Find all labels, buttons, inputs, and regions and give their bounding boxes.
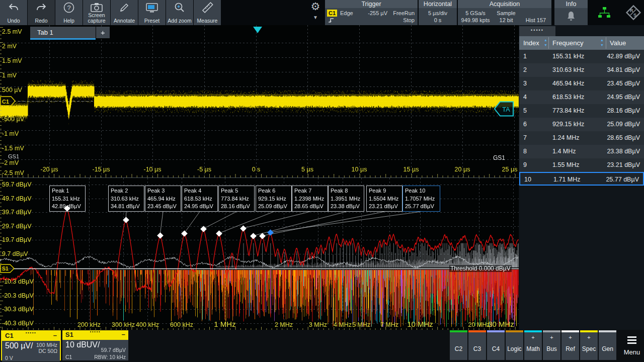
cell-frequency: 1.71 MHz	[553, 173, 581, 187]
channel-button-ref[interactable]: +Ref	[561, 330, 579, 360]
column-header-frequency[interactable]: Frequency	[552, 36, 583, 50]
table-row-2[interactable]: 2310.63 kHz34.81 dBµV	[519, 63, 644, 77]
channel-color-strip	[561, 330, 579, 332]
menu-button[interactable]: Menu	[620, 330, 644, 360]
waveform-x-label: 20 µs	[455, 166, 470, 173]
measure-button[interactable]: Measure	[194, 0, 221, 25]
badge-body[interactable]: 10 dBUV/59.7 dBµVC1RBW: 10 kHz	[62, 340, 128, 360]
peak-label-4[interactable]: Peak 4618.53 kHz24.95 dBµV	[182, 186, 218, 212]
waveform-canvas[interactable]	[0, 25, 519, 177]
peak-label-2[interactable]: Peak 2310.63 kHz34.81 dBµV	[108, 186, 144, 212]
peak-label-line: Peak 7	[294, 187, 326, 195]
spectrum-x-label: 400 kHz	[136, 321, 159, 328]
spectrum-s1-marker[interactable]: S1	[0, 264, 15, 273]
table-row-8[interactable]: 81.4 MHz23.38 dBµV	[519, 145, 644, 158]
info-status-section[interactable]: Info	[554, 0, 588, 25]
signal-badge-c1[interactable]: C1•••••–500 µV/100 MHzDC 50Ω0 V	[1, 330, 61, 360]
trigger-position-marker[interactable]	[253, 27, 262, 33]
trigger-action-badge[interactable]: TA	[494, 101, 514, 117]
peak-label-10[interactable]: Peak 101.7057 MHz25.77 dBµV	[403, 186, 440, 212]
channel-button-c2[interactable]: C2	[450, 330, 467, 360]
threshold-label[interactable]: Threshold 0.000 dBµV	[449, 265, 512, 272]
table-row-3[interactable]: 3465.94 kHz23.45 dBµV	[519, 77, 644, 90]
waveform-diagram[interactable]: Tab 1 + 2.5 mV2 mV1.5 mV1 mV500 µV-500 µ…	[0, 25, 519, 178]
peak-label-3[interactable]: Peak 3465.94 kHz23.45 dBµV	[145, 186, 181, 212]
channel-color-strip	[599, 330, 616, 332]
waveform-x-label: 5 µs	[301, 166, 313, 173]
peak-result-table: ••••• Index ▲▼ Frequency ▲▼ Value 1155.3…	[519, 25, 644, 330]
badge-header[interactable]: C1•••••–	[2, 331, 60, 341]
channel-button-math[interactable]: +Math	[524, 330, 542, 360]
redo-button[interactable]: Redo	[28, 0, 55, 25]
table-drag-handle[interactable]: •••••	[519, 26, 555, 36]
channel-button-gen[interactable]: Gen	[599, 330, 616, 360]
badge-minimize-button[interactable]: –	[122, 330, 125, 338]
channel-button-spec[interactable]: +Spec	[580, 330, 598, 360]
acquisition-status-section[interactable]: Acquisition 5 GSa/s 949.98 kpts Sample 1…	[458, 0, 551, 25]
svg-text:C1: C1	[2, 99, 9, 105]
table-row-6[interactable]: 6929.15 kHz25.09 dBµV	[519, 118, 644, 131]
spectrum-y-label: 49.7 dBµV	[2, 195, 32, 202]
gate-label-left: GS1	[8, 153, 19, 159]
add-tab-button[interactable]: +	[96, 27, 110, 38]
cell-value: 34.81 dBµV	[607, 63, 640, 77]
cell-index: 8	[523, 145, 527, 158]
peak-label-line: 34.81 dBµV	[111, 203, 142, 211]
horizontal-status-section[interactable]: Horizontal 5 µs/div 0 s	[419, 0, 457, 25]
undo-icon	[0, 2, 27, 14]
badge-minimize-button[interactable]: –	[53, 331, 57, 339]
channel-color-strip	[468, 330, 486, 332]
screen-capture-button[interactable]: Screen capture	[83, 0, 110, 25]
cell-value: 28.65 dBµV	[607, 131, 640, 145]
channel-button-label: C2	[450, 345, 467, 352]
channel-button-bus[interactable]: +Bus	[543, 330, 560, 360]
waveform-x-label: 10 µs	[352, 166, 367, 173]
table-row-10[interactable]: 101.71 MHz25.77 dBµV	[519, 172, 644, 186]
settings-button[interactable]: ⚙ ▼	[305, 0, 326, 25]
annotate-button[interactable]: Annotate	[111, 0, 138, 25]
toolbar-button-label: Help	[56, 18, 82, 24]
table-row-4[interactable]: 4618.53 kHz24.95 dBµV	[519, 90, 644, 104]
acquisition-resolution: 12 bit	[491, 17, 521, 23]
badge-drag-handle[interactable]: •••••	[2, 330, 60, 335]
channel-button-c3[interactable]: C3	[468, 330, 486, 360]
column-header-index[interactable]: Index	[523, 36, 539, 50]
horizontal-scale: 5 µs/div	[419, 10, 457, 16]
column-header-value[interactable]: Value	[610, 36, 626, 50]
table-row-1[interactable]: 1155.31 kHz42.89 dBµV	[519, 50, 644, 63]
add-icon: +	[543, 334, 560, 340]
trigger-source-badge: C1	[327, 10, 337, 17]
table-row-9[interactable]: 91.55 MHz23.21 dBµV	[519, 158, 644, 172]
sort-icon-index[interactable]: ▲▼	[543, 38, 548, 48]
channel-button-logic[interactable]: Logic	[506, 330, 523, 360]
peak-label-6[interactable]: Peak 6929.15 kHz25.09 dBµV	[256, 186, 292, 212]
table-row-5[interactable]: 5773.84 kHz28.16 dBµV	[519, 104, 644, 118]
preset-button[interactable]: Preset	[138, 0, 166, 25]
sort-icon-frequency[interactable]: ▲▼	[600, 38, 604, 48]
svg-text:?: ?	[67, 4, 71, 12]
spectrum-x-label: 1 MHz	[214, 320, 235, 328]
badge-header[interactable]: S1•••••–	[62, 330, 128, 340]
peak-label-5[interactable]: Peak 5773.84 kHz28.16 dBµV	[218, 186, 255, 212]
peak-label-9[interactable]: Peak 91.5504 MHz23.21 dBµV	[366, 186, 403, 212]
channel-button-c4[interactable]: C4	[487, 330, 505, 360]
help-button[interactable]: ?Help	[55, 0, 83, 25]
trigger-status-section[interactable]: Trigger C1 Edge -255 µV FreeRun Stop	[325, 0, 418, 25]
peak-label-8[interactable]: Peak 81.3951 MHz23.38 dBµV	[328, 186, 364, 212]
add-zoom-button[interactable]: Add zoom	[166, 0, 193, 25]
spectrum-diagram[interactable]: 59.7 dBµV49.7 dBµV39.7 dBµV29.7 dBµV19.7…	[0, 177, 519, 330]
gear-icon[interactable]: ⚙	[305, 1, 326, 13]
tab-tab1[interactable]: Tab 1	[30, 27, 96, 40]
signal-badge-s1[interactable]: S1•••••–10 dBUV/59.7 dBµVC1RBW: 10 kHz	[62, 330, 128, 360]
chevron-down-icon[interactable]: ▼	[305, 15, 326, 20]
notification-bell-icon[interactable]	[567, 11, 575, 21]
waveform-y-label: 1.5 mV	[2, 57, 22, 64]
channel-c1-marker[interactable]: C1	[0, 96, 16, 106]
peak-label-7[interactable]: Peak 71.2398 MHz28.65 dBµV	[292, 186, 328, 212]
badge-drag-handle[interactable]: •••••	[62, 329, 128, 334]
badge-body[interactable]: 500 µV/100 MHzDC 50Ω0 V	[2, 341, 60, 361]
undo-button[interactable]: Undo	[0, 0, 27, 25]
network-status-icon[interactable]	[597, 7, 612, 20]
waveform-y-label: -1 mV	[2, 130, 19, 137]
table-row-7[interactable]: 71.24 MHz28.65 dBµV	[519, 131, 644, 145]
